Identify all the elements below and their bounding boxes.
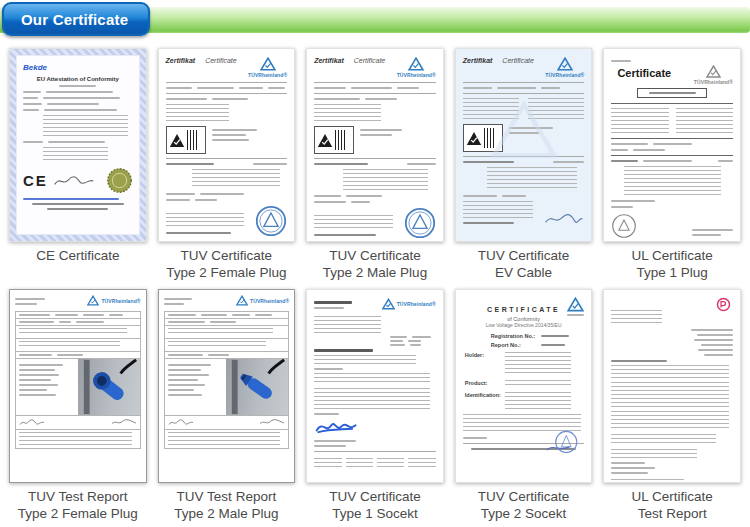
text-line xyxy=(19,354,52,356)
text-line xyxy=(692,234,721,236)
table-row xyxy=(164,429,290,449)
badge-side-text xyxy=(360,126,436,139)
address-block xyxy=(611,108,668,134)
tuv-triangle-icon xyxy=(382,298,395,310)
watermark-triangle-icon xyxy=(489,99,559,161)
text-line xyxy=(210,321,236,323)
caption-line: TUV Certificate xyxy=(323,248,427,265)
certificate-thumbnail-conformity-type2-socket[interactable]: CERTIFICATE of Conformity Low Voltage Di… xyxy=(455,289,593,483)
text-paragraph xyxy=(314,355,416,365)
directive-line: Low Voltage Directive 2014/35/EU xyxy=(463,322,585,328)
field-row xyxy=(19,314,137,316)
caption-line: Type 2 Female Plug xyxy=(18,506,138,523)
document-header: Certificate TÜVRheinland® xyxy=(611,65,733,85)
caption-line: Type 2 Male Plug xyxy=(174,506,278,523)
reference-fields xyxy=(684,329,733,356)
field-row xyxy=(19,354,137,356)
text-line xyxy=(43,97,120,99)
certificate-thumbnail-ul-test-report[interactable] xyxy=(603,289,741,483)
text-line xyxy=(314,301,352,304)
text-line xyxy=(168,394,202,396)
certificate-thumbnail-report-female-plug[interactable]: TÜVRheinland® xyxy=(9,289,147,483)
text-line xyxy=(19,394,56,396)
text-line xyxy=(410,344,421,346)
text-line xyxy=(314,163,368,165)
certificate-caption: TUV Certificate Type 2 Male Plug xyxy=(323,248,427,284)
certificate-thumbnail-tuv-female-plug[interactable]: Zertifikat Certificate TÜVRheinland® xyxy=(158,48,296,242)
certificate-thumbnail-tuv-ev-cable[interactable]: Zertifikat Certificate TÜVRheinland® xyxy=(455,48,593,242)
document-title-de: Zertifikat xyxy=(463,57,493,64)
text-line xyxy=(314,440,355,442)
document-footer xyxy=(166,205,288,237)
male-plug-photo-icon xyxy=(226,359,288,415)
text-paragraph xyxy=(43,147,109,161)
table-row xyxy=(15,325,141,338)
footer-column xyxy=(314,458,341,470)
badge-side-text xyxy=(212,126,288,144)
barcode xyxy=(335,130,347,150)
document-title: Certificate xyxy=(617,67,671,79)
blue-stamp-icon xyxy=(404,207,436,239)
tuv-logo xyxy=(567,297,584,316)
signature-icon xyxy=(53,174,95,188)
text-line xyxy=(201,314,227,316)
text-line xyxy=(397,87,419,89)
certificate-thumbnail-ce[interactable]: Bekde EU Attestation of Conformity CE xyxy=(9,48,147,242)
field-row xyxy=(168,418,286,427)
document-title: CERTIFICATE xyxy=(463,306,585,313)
text-line xyxy=(59,85,96,87)
text-line xyxy=(166,87,193,89)
document-title: EU Attestation of Conformity xyxy=(23,76,133,82)
certificate-thumbnail-ul-type1-plug[interactable]: Certificate TÜVRheinland® xyxy=(603,48,741,242)
tuv-logo-text: TÜVRheinland® xyxy=(248,72,287,78)
table-row xyxy=(15,338,141,351)
text-line xyxy=(408,340,421,342)
text-line xyxy=(166,163,215,165)
product-block: Product: xyxy=(465,380,585,388)
certificate-caption: CE Certificate xyxy=(36,248,119,284)
certificate-caption: TUV Certificate EV Cable xyxy=(478,248,570,284)
text-line xyxy=(19,389,47,391)
certificate-thumbnail-report-male-plug[interactable]: TÜVRheinland® xyxy=(158,289,296,483)
footer-columns xyxy=(314,458,436,470)
field-row xyxy=(166,199,288,201)
text-line xyxy=(44,109,116,111)
text-line xyxy=(15,303,37,305)
text-line xyxy=(57,354,83,356)
text-line xyxy=(497,87,536,89)
text-line xyxy=(314,307,344,309)
signature-icon xyxy=(19,418,45,427)
caption-line: TUV Certificate xyxy=(166,248,286,265)
signature-icon xyxy=(111,418,137,427)
text-line xyxy=(314,368,343,370)
certificate-cell: UL Certificate Test Report xyxy=(603,289,741,525)
text-line xyxy=(412,336,430,338)
text-line xyxy=(611,467,655,469)
table-row xyxy=(164,311,290,318)
badge-triangle-icon xyxy=(317,133,333,148)
caption-line: TUV Test Report xyxy=(174,489,278,506)
certificate-caption: UL Certificate Test Report xyxy=(632,489,713,525)
certificate-thumbnail-tuv-male-plug[interactable]: Zertifikat Certificate TÜVRheinland® xyxy=(306,48,444,242)
certificate-caption: TUV Certificate Type 2 Socekt xyxy=(478,489,570,525)
table-row xyxy=(164,325,290,338)
certificate-thumbnail-letter-type1-socket[interactable]: TÜVRheinland® xyxy=(306,289,444,483)
type-designation-list xyxy=(487,167,577,191)
text-line xyxy=(166,193,195,195)
field-row xyxy=(390,336,436,338)
text-line xyxy=(19,364,63,366)
field-row xyxy=(23,91,133,93)
holder-block: Holder: xyxy=(465,352,585,376)
text-paragraph xyxy=(168,328,274,336)
text-paragraph xyxy=(314,215,392,231)
field-row xyxy=(314,163,436,165)
text-line xyxy=(390,340,404,342)
text-line xyxy=(314,234,376,236)
text-line xyxy=(168,354,203,356)
text-line xyxy=(168,369,201,371)
text-line xyxy=(168,379,199,381)
text-line xyxy=(351,201,370,203)
type-designation-list xyxy=(192,169,280,189)
tuv-logo: TÜVRheinland® xyxy=(382,298,436,310)
text-line xyxy=(694,339,733,341)
